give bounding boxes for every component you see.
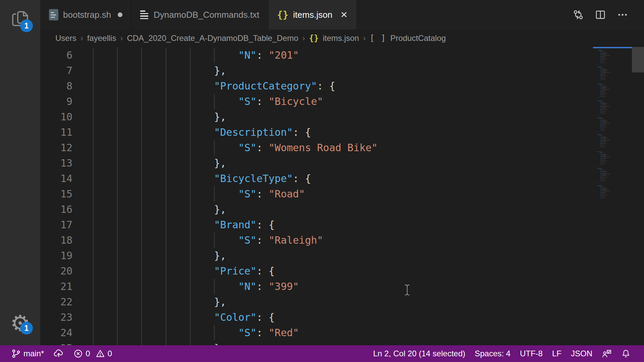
code-text[interactable]: "Description": { xyxy=(93,125,311,140)
code-text[interactable]: }, xyxy=(93,109,226,125)
line-number[interactable]: 7 xyxy=(40,63,72,78)
code-text[interactable]: }, xyxy=(93,156,226,171)
code-text[interactable]: }, xyxy=(93,63,226,78)
code-text[interactable]: "BicycleType": { xyxy=(93,171,311,186)
editor-group: bootstrap.sh DynamoDB_Commands.txt {} it… xyxy=(40,0,644,345)
code-text[interactable]: "Brand": { xyxy=(93,217,275,233)
tab-bootstrap-sh[interactable]: bootstrap.sh xyxy=(40,0,131,29)
line-number[interactable]: 6 xyxy=(40,48,72,63)
breadcrumb-productcatalog[interactable]: ProductCatalog xyxy=(390,34,446,43)
code-line[interactable]: 22 }, xyxy=(40,294,590,310)
code-line[interactable]: 21 "N": "399" xyxy=(40,279,590,294)
encoding-item[interactable]: UTF-8 xyxy=(515,345,547,362)
manage-button[interactable]: ⚙ 1 xyxy=(0,304,40,343)
code-text[interactable]: }, xyxy=(93,202,226,217)
line-number[interactable]: 24 xyxy=(40,325,72,341)
line-number[interactable]: 8 xyxy=(40,78,72,94)
code-line[interactable]: 8 "ProductCategory": { xyxy=(40,78,590,94)
code-text[interactable]: "S": "Bicycle" xyxy=(93,94,323,109)
tab-dynamodb-commands-txt[interactable]: DynamoDB_Commands.txt xyxy=(131,0,268,29)
code-text[interactable]: "S": "Road" xyxy=(93,186,305,202)
code-lines[interactable]: 6 "N": "201"7 },8 "ProductCategory": {9 … xyxy=(40,47,590,345)
code-line[interactable]: 16 }, xyxy=(40,202,590,217)
notifications-button[interactable] xyxy=(616,345,635,362)
open-changes-icon[interactable] xyxy=(573,9,584,20)
code-text[interactable]: "Color": { xyxy=(93,310,275,325)
vertical-scrollbar[interactable] xyxy=(632,47,644,345)
line-number[interactable]: 25 xyxy=(40,341,72,345)
language-mode-item[interactable]: JSON xyxy=(566,345,597,362)
editor[interactable]: 6 "N": "201"7 },8 "ProductCategory": {9 … xyxy=(40,47,644,345)
code-line[interactable]: 24 "S": "Red" xyxy=(40,325,590,341)
problems-item[interactable]: 0 0 xyxy=(69,345,117,362)
unsaved-dot-icon[interactable] xyxy=(118,12,122,17)
code-token: : xyxy=(257,142,269,154)
code-text[interactable]: "ProductCategory": { xyxy=(93,78,335,94)
split-editor-icon[interactable] xyxy=(595,9,606,20)
code-text[interactable]: } xyxy=(93,341,220,345)
code-line[interactable]: 6 "N": "201" xyxy=(40,48,590,63)
code-text[interactable]: "N": "201" xyxy=(93,48,299,63)
code-line[interactable]: 25 } xyxy=(40,341,590,345)
code-line[interactable]: 10 }, xyxy=(40,109,590,125)
code-line[interactable]: 19 }, xyxy=(40,248,590,263)
line-number[interactable]: 10 xyxy=(40,109,72,125)
code-text[interactable]: "N": "399" xyxy=(93,279,299,294)
line-number[interactable]: 20 xyxy=(40,263,72,279)
code-text[interactable]: "S": "Womens Road Bike" xyxy=(93,140,378,156)
code-line[interactable]: 12 "S": "Womens Road Bike" xyxy=(40,140,590,156)
line-number[interactable]: 13 xyxy=(40,156,72,171)
indent-guide xyxy=(117,325,118,341)
code-text[interactable]: }, xyxy=(93,248,226,263)
indentation-item[interactable]: Spaces: 4 xyxy=(470,345,515,362)
minimap[interactable]: { "PutRequest": { "Item": { "Id": { "N":… xyxy=(591,47,632,345)
close-icon[interactable]: ✕ xyxy=(340,10,348,20)
cursor-position-item[interactable]: Ln 2, Col 20 (14 selected) xyxy=(368,345,470,362)
line-number[interactable]: 21 xyxy=(40,279,72,294)
code-line[interactable]: 11 "Description": { xyxy=(40,125,590,140)
code-line[interactable]: 20 "Price": { xyxy=(40,263,590,279)
indent-guide xyxy=(214,325,215,341)
line-number[interactable]: 12 xyxy=(40,140,72,156)
code-line[interactable]: 18 "S": "Raleigh" xyxy=(40,233,590,248)
sync-changes-button[interactable] xyxy=(49,345,69,362)
code-line[interactable]: 17 "Brand": { xyxy=(40,217,590,233)
line-number[interactable]: 15 xyxy=(40,186,72,202)
line-number[interactable]: 14 xyxy=(40,171,72,186)
code-text[interactable]: "Price": { xyxy=(93,263,275,279)
code-line[interactable]: 15 "S": "Road" xyxy=(40,186,590,202)
scrollbar-slider[interactable] xyxy=(632,47,644,72)
tab-items-json[interactable]: {} items.json ✕ xyxy=(268,0,357,29)
eol-item[interactable]: LF xyxy=(547,345,566,362)
code-line[interactable]: 14 "BicycleType": { xyxy=(40,171,590,186)
tab-label: bootstrap.sh xyxy=(63,10,111,20)
code-line[interactable]: 13 }, xyxy=(40,156,590,171)
more-actions-icon[interactable] xyxy=(617,9,628,20)
code-line[interactable]: 7 }, xyxy=(40,63,590,78)
line-number[interactable]: 19 xyxy=(40,248,72,263)
code-line[interactable]: 23 "Color": { xyxy=(40,310,590,325)
breadcrumb-users[interactable]: Users xyxy=(55,34,76,43)
code-text[interactable]: }, xyxy=(93,294,226,310)
line-number[interactable]: 16 xyxy=(40,202,72,217)
line-number[interactable]: 22 xyxy=(40,294,72,310)
code-token: "Raleigh" xyxy=(603,143,607,144)
code-token: }, xyxy=(596,149,597,150)
git-branch-item[interactable]: main* xyxy=(11,345,49,362)
breadcrumb-items-json[interactable]: items.json xyxy=(323,34,359,43)
cursor-position-text: Ln 2, Col 20 (14 selected) xyxy=(373,349,465,358)
code-token: "399" xyxy=(603,77,605,78)
code-text[interactable]: "S": "Raleigh" xyxy=(93,233,323,248)
code-line[interactable]: 9 "S": "Bicycle" xyxy=(40,94,590,109)
code-token: "Womens Road Bike" xyxy=(603,72,610,72)
explorer-view-button[interactable]: 1 xyxy=(0,0,40,39)
line-number[interactable]: 17 xyxy=(40,217,72,233)
breadcrumb-fayeellis[interactable]: fayeellis xyxy=(87,34,116,43)
code-text[interactable]: "S": "Red" xyxy=(93,325,299,341)
line-number[interactable]: 9 xyxy=(40,94,72,109)
breadcrumb-project-folder[interactable]: CDA_2020_Create_A-DynamoDB_Table_Demo xyxy=(127,34,298,43)
line-number[interactable]: 18 xyxy=(40,233,72,248)
line-number[interactable]: 11 xyxy=(40,125,72,140)
feedback-button[interactable] xyxy=(597,345,616,362)
line-number[interactable]: 23 xyxy=(40,310,72,325)
